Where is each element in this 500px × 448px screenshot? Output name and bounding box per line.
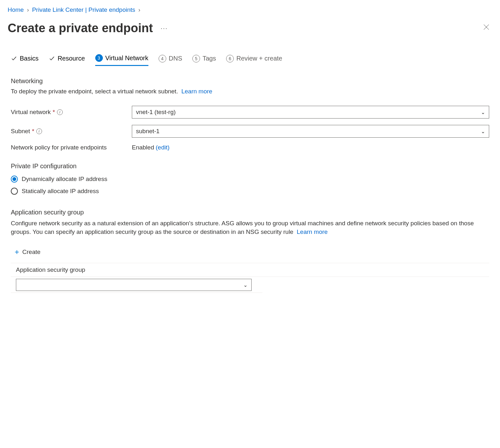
tab-dns[interactable]: 4 DNS [159,55,182,66]
tab-label: DNS [169,55,182,62]
subnet-field: Subnet * i subnet-1 ⌄ [11,125,489,138]
tab-review-create[interactable]: 6 Review + create [226,55,282,66]
more-actions-button[interactable]: ··· [158,23,170,33]
virtual-network-dropdown[interactable]: vnet-1 (test-rg) ⌄ [132,106,489,119]
chevron-down-icon: ⌄ [243,282,247,288]
tab-label: Resource [58,55,85,62]
create-label: Create [22,249,40,256]
step-number-badge: 4 [159,55,166,62]
step-number-badge: 5 [192,55,200,62]
step-number-badge: 3 [95,54,103,62]
check-icon [49,55,55,62]
radio-label: Statically allocate IP address [22,188,99,195]
close-button[interactable] [480,21,492,35]
learn-more-link[interactable]: Learn more [297,228,328,235]
radio-label: Dynamically allocate IP address [22,176,107,183]
tab-tags[interactable]: 5 Tags [192,55,216,66]
asg-column-header: Application security group [11,263,489,277]
radio-icon [11,176,18,183]
asg-select-dropdown[interactable]: ⌄ [16,279,252,291]
tab-resource[interactable]: Resource [49,55,85,65]
tab-label: Virtual Network [105,54,148,62]
network-policy-field: Network policy for private endpoints Ena… [11,144,489,151]
radio-static-ip[interactable]: Statically allocate IP address [11,185,489,197]
subnet-dropdown[interactable]: subnet-1 ⌄ [132,125,489,138]
breadcrumb-private-link-center[interactable]: Private Link Center | Private endpoints [32,6,135,13]
radio-dynamic-ip[interactable]: Dynamically allocate IP address [11,173,489,185]
tab-label: Basics [20,55,39,62]
networking-description: To deploy the private endpoint, select a… [11,88,489,95]
ip-config-radio-group: Dynamically allocate IP address Statical… [11,173,489,197]
ip-config-heading: Private IP configuration [11,163,489,170]
tab-label: Tags [203,55,216,62]
virtual-network-label: Virtual network * i [11,109,132,116]
tab-basics[interactable]: Basics [11,55,39,65]
subnet-label: Subnet * i [11,128,132,135]
chevron-down-icon: ⌄ [481,109,485,115]
page-title: Create a private endpoint [8,21,153,35]
learn-more-link[interactable]: Learn more [181,88,212,95]
networking-heading: Networking [11,77,489,85]
radio-icon [11,188,18,195]
close-icon [483,24,490,31]
create-asg-button[interactable]: + Create [11,245,44,259]
divider [11,291,262,293]
wizard-tabs: Basics Resource 3 Virtual Network 4 DNS … [8,54,492,66]
dropdown-value: subnet-1 [136,128,160,135]
edit-policy-link[interactable]: (edit) [156,144,169,151]
required-indicator: * [32,128,34,135]
info-icon[interactable]: i [36,128,42,134]
chevron-right-icon: › [139,7,140,13]
tab-label: Review + create [236,55,282,62]
breadcrumb-home[interactable]: Home [8,6,24,13]
dropdown-value: vnet-1 (test-rg) [136,109,176,116]
step-number-badge: 6 [226,55,234,62]
network-policy-label: Network policy for private endpoints [11,144,132,151]
required-indicator: * [53,109,55,116]
asg-heading: Application security group [11,209,489,216]
chevron-down-icon: ⌄ [481,128,485,134]
breadcrumb: Home › Private Link Center | Private end… [8,6,492,13]
tab-virtual-network[interactable]: 3 Virtual Network [95,54,148,66]
virtual-network-field: Virtual network * i vnet-1 (test-rg) ⌄ [11,106,489,119]
plus-icon: + [15,248,19,257]
title-row: Create a private endpoint ··· [8,21,492,35]
chevron-right-icon: › [27,7,29,13]
check-icon [11,55,17,62]
network-policy-value: Enabled (edit) [132,144,169,151]
info-icon[interactable]: i [57,109,63,115]
asg-description: Configure network security as a natural … [11,219,489,236]
